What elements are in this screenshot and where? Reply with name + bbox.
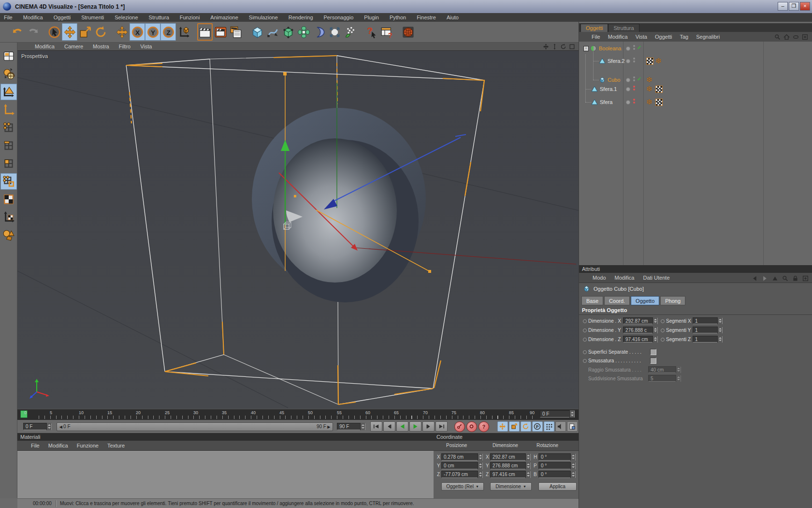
minimize-button[interactable] (778, 2, 788, 11)
expander-booleana[interactable]: - (583, 46, 589, 51)
stepper[interactable] (525, 453, 530, 461)
texture-mode-button[interactable] (0, 191, 17, 208)
help-button[interactable]: ? (363, 23, 379, 41)
size-mode-dropdown[interactable]: Dimensione (490, 482, 532, 491)
render-view-button[interactable] (197, 23, 213, 41)
vp-menu-modifica[interactable]: Modifica (35, 44, 55, 49)
visibility-dot[interactable] (626, 59, 630, 63)
smussatura-checkbox[interactable] (650, 358, 656, 364)
record-keyframe-button[interactable] (454, 421, 465, 432)
mat-menu-file[interactable]: File (31, 443, 40, 448)
coordinate-mode-dropdown[interactable]: Oggetto (Rel (441, 482, 484, 491)
phong-tag[interactable] (655, 58, 662, 64)
attr-lock-icon[interactable] (792, 275, 798, 284)
tab-oggetti[interactable]: Oggetti (580, 24, 608, 32)
key-position-toggle[interactable] (497, 421, 508, 432)
tab-coord[interactable]: Coord. (604, 296, 630, 305)
dimension-z-field[interactable]: 97.416 cm (490, 471, 531, 478)
menu-aiuto[interactable]: Aiuto (447, 15, 459, 20)
add-subdivision-surface-button[interactable] (280, 23, 296, 41)
tab-base[interactable]: Base (581, 296, 603, 305)
attr-drag-handle[interactable] (579, 273, 584, 283)
texture-tag[interactable] (655, 99, 663, 106)
anim-dot[interactable] (583, 338, 587, 342)
scale-tool-button[interactable] (77, 23, 93, 41)
orange-handle-dot[interactable] (428, 270, 431, 273)
stepper[interactable] (717, 317, 722, 324)
maximize-button[interactable] (789, 2, 799, 11)
menu-oggetti[interactable]: Oggetti (54, 15, 71, 20)
editor-render-dots[interactable] (633, 76, 635, 81)
dim-z-field[interactable]: 97.416 cm (623, 336, 658, 343)
viewport-maximize-icon[interactable] (568, 43, 576, 50)
viewport-canvas[interactable] (17, 51, 579, 409)
materials-list-area[interactable] (17, 451, 434, 499)
attr-menu-modo[interactable]: Modo (593, 275, 606, 281)
stepper[interactable] (478, 453, 482, 461)
keyframe-selection-button[interactable]: ? (478, 421, 489, 432)
mat-menu-texture[interactable]: Texture (107, 443, 125, 448)
dimension-y-field[interactable]: 276.888 cm (490, 462, 531, 469)
stepper[interactable] (717, 336, 722, 343)
object-axis-mode-button[interactable] (0, 102, 17, 118)
om-eye-icon[interactable] (793, 33, 799, 42)
dimension-x-field[interactable]: 292.87 cm (490, 453, 531, 461)
tab-phong[interactable]: Phong (660, 296, 685, 305)
timeline-ruler[interactable]: 0 5 10 15 20 25 30 35 40 45 50 55 60 65 … (17, 409, 579, 420)
visibility-dot[interactable] (626, 78, 630, 82)
anim-dot[interactable] (583, 329, 587, 332)
attr-menu-dati-utente[interactable]: Dati Utente (643, 275, 670, 281)
stepper[interactable] (717, 327, 722, 333)
menu-plugin[interactable]: Plugin (364, 15, 379, 20)
seg-x-field[interactable]: 1 (693, 317, 723, 324)
timeline-range-slider[interactable]: 0 F 90 F (57, 422, 334, 431)
position-y-field[interactable]: 0 cm (441, 462, 483, 469)
menu-struttura[interactable]: Struttura (149, 15, 169, 20)
om-home-icon[interactable] (783, 33, 790, 42)
editor-render-dots[interactable] (633, 99, 635, 104)
viewport-menu-drag-handle[interactable] (20, 43, 25, 50)
preview-frame-field[interactable]: 0 F (540, 410, 575, 418)
om-menu-vista[interactable]: Vista (636, 34, 647, 40)
section-proprieta-oggetto[interactable]: Proprietà Oggetto (579, 307, 812, 315)
rotate-tool-button[interactable] (93, 23, 108, 41)
tree-item-sfera2[interactable]: Sfera.2 (608, 58, 624, 64)
live-selection-button[interactable] (46, 23, 62, 41)
attr-menu-modifica[interactable]: Modifica (615, 275, 635, 281)
tab-struttura[interactable]: Struttura (608, 24, 639, 32)
add-spline-button[interactable] (265, 23, 280, 41)
lock-y-axis-button[interactable]: Y (145, 23, 160, 41)
menu-funzioni[interactable]: Funzioni (180, 15, 200, 20)
layout-button[interactable] (0, 48, 17, 64)
phong-tag[interactable] (646, 86, 652, 92)
goto-end-button[interactable] (435, 421, 448, 432)
om-drag-handle[interactable] (579, 32, 584, 42)
dim-x-field[interactable]: 292.87 cm (623, 317, 658, 324)
online-updater-button[interactable] (400, 23, 416, 41)
content-browser-button[interactable]: ? (379, 23, 394, 41)
add-cube-button[interactable] (249, 23, 265, 41)
rotation-b-field[interactable]: 0 ° (538, 471, 576, 478)
lock-z-axis-button[interactable]: Z (160, 23, 176, 41)
menu-file[interactable]: File (4, 15, 13, 20)
stepper[interactable] (525, 471, 530, 478)
y-handle-top-dot[interactable] (283, 72, 287, 75)
enabled-check[interactable]: ✓ (637, 45, 641, 51)
editor-render-dots[interactable] (633, 45, 635, 50)
stepper[interactable] (525, 462, 530, 469)
editor-render-dots[interactable] (633, 86, 635, 90)
current-frame-stepper[interactable] (46, 423, 51, 430)
autokey-button[interactable] (466, 421, 477, 432)
position-z-field[interactable]: -77.079 cm (441, 471, 483, 478)
menu-modifica[interactable]: Modifica (23, 15, 43, 20)
polygons-mode-button[interactable] (0, 155, 17, 172)
mat-menu-funzione[interactable]: Funzione (77, 443, 99, 448)
goto-start-button[interactable] (370, 421, 382, 432)
render-picture-viewer-button[interactable] (213, 23, 228, 41)
attr-up-icon[interactable] (772, 275, 778, 284)
stepper[interactable] (478, 462, 482, 469)
anim-dot[interactable] (661, 338, 665, 342)
stepper[interactable] (652, 317, 657, 324)
menu-rendering[interactable]: Rendering (289, 15, 313, 20)
stepper[interactable] (478, 471, 482, 478)
